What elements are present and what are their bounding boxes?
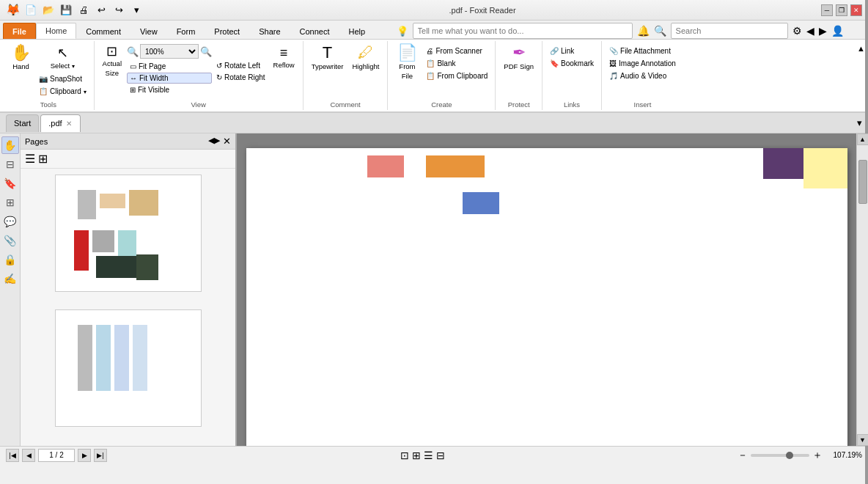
tab-help[interactable]: Help — [339, 23, 375, 39]
last-page-button[interactable]: ▶| — [94, 449, 107, 462]
doc-scrollbar[interactable]: ▲ ▼ — [856, 133, 868, 446]
tab-connect[interactable]: Connect — [290, 23, 339, 39]
layout-continuous-icon[interactable]: ☰ — [424, 450, 433, 461]
zoom-in-icon[interactable]: 🔍 — [200, 46, 212, 57]
forward-nav-icon[interactable]: ▶ — [819, 25, 827, 37]
doc-area[interactable]: ▲ ▼ — [237, 133, 868, 446]
back-nav-icon[interactable]: ◀ — [806, 25, 814, 37]
highlight-button[interactable]: 🖊 Highlight — [348, 43, 383, 73]
tell-me-input[interactable] — [413, 23, 633, 39]
tab-view[interactable]: View — [130, 23, 167, 39]
sidebar-security-icon[interactable]: 🔒 — [1, 251, 19, 268]
typewriter-button[interactable]: T Typewriter — [308, 43, 347, 73]
hand-button[interactable]: ✋ Hand — [7, 43, 34, 73]
zoom-in-btn[interactable]: ＋ — [812, 449, 823, 462]
layout-single-icon[interactable]: ⊡ — [400, 450, 409, 461]
zoom-select[interactable]: 100% 50% 75% 125% 150% 200% — [140, 44, 199, 59]
page-input[interactable] — [38, 449, 75, 462]
print-button[interactable]: 🖨 — [76, 3, 91, 18]
protect-group-content: ✒ PDF Sign — [500, 43, 537, 99]
search-input[interactable] — [671, 23, 788, 39]
scroll-track[interactable] — [857, 145, 868, 434]
tab-dropdown-arrow[interactable]: ▾ — [857, 117, 862, 128]
fit-width-button[interactable]: ↔ Fit Width — [127, 73, 212, 84]
save-button[interactable]: 💾 — [59, 3, 73, 18]
layout-scroll-icon[interactable]: ⊟ — [436, 450, 445, 461]
fit-visible-button[interactable]: ⊞ Fit Visible — [127, 84, 212, 95]
page-thumb-2[interactable] — [55, 309, 202, 427]
snapshot-button[interactable]: 📷 SnapShot — [36, 73, 89, 84]
panel-tool-grid-icon[interactable]: ⊞ — [38, 152, 48, 166]
insert-label: Insert — [606, 99, 679, 109]
image-annotation-button[interactable]: 🖼 Image Annotation — [606, 58, 679, 69]
from-clipboard-button[interactable]: 📋 From Clipboard — [423, 70, 490, 81]
close-button[interactable]: ✕ — [850, 4, 862, 16]
first-page-button[interactable]: |◀ — [6, 449, 19, 462]
tab-pdf-close[interactable]: ✕ — [65, 120, 73, 128]
clipboard-icon: 📋 — [39, 87, 48, 95]
link-button[interactable]: 🔗 Link — [547, 45, 597, 56]
ribbon-collapse-button[interactable]: ▲ — [857, 41, 865, 110]
settings-icon[interactable]: ⚙ — [792, 25, 802, 37]
next-page-button[interactable]: ▶ — [78, 449, 91, 462]
undo-button[interactable]: ↩ — [94, 3, 108, 18]
layout-double-icon[interactable]: ⊞ — [412, 450, 421, 461]
tab-home[interactable]: Home — [36, 23, 76, 39]
from-scanner-button[interactable]: 🖨 From Scanner — [423, 45, 490, 56]
tab-bar: Start .pdf ✕ ▾ — [0, 113, 868, 133]
tab-start[interactable]: Start — [6, 114, 39, 132]
minimize-button[interactable]: ─ — [821, 4, 833, 16]
clipboard-button[interactable]: 📋 Clipboard ▾ — [36, 86, 89, 97]
reflow-button[interactable]: ≡ Reflow — [270, 44, 298, 71]
audio-video-button[interactable]: 🎵 Audio & Video — [606, 70, 679, 81]
actual-size-button[interactable]: ⊡ Actual Size — [99, 43, 125, 79]
prev-page-button[interactable]: ◀ — [22, 449, 35, 462]
collapse-icon[interactable]: ✕ — [223, 136, 231, 147]
tab-comment[interactable]: Comment — [76, 23, 130, 39]
fit-page-button[interactable]: ▭ Fit Page — [127, 61, 212, 72]
tab-pdf[interactable]: .pdf ✕ — [40, 114, 80, 132]
tab-file[interactable]: File — [3, 23, 36, 39]
zoom-slider[interactable] — [751, 454, 809, 457]
customize-button[interactable]: ▾ — [129, 3, 144, 18]
new-button[interactable]: 📄 — [23, 3, 38, 18]
zoom-out-icon[interactable]: 🔍 — [127, 46, 139, 57]
bell-icon[interactable]: 🔔 — [637, 25, 650, 37]
select-button[interactable]: ↖ Select ▾ — [36, 43, 89, 72]
scroll-handle[interactable] — [858, 160, 867, 204]
bookmark-button[interactable]: 🔖 Bookmark — [547, 58, 597, 69]
create-label: Create — [392, 99, 490, 109]
tab-form[interactable]: Form — [167, 23, 205, 39]
search-icon[interactable]: 🔍 — [654, 25, 666, 37]
expand-icon[interactable]: ◀▶ — [208, 136, 220, 147]
page-thumb-1[interactable] — [55, 175, 202, 292]
sidebar-attachments-icon[interactable]: 📎 — [1, 232, 19, 249]
pdf-sign-button[interactable]: ✒ PDF Sign — [500, 43, 537, 73]
rotate-right-button[interactable]: ↻ Rotate Right — [213, 72, 268, 83]
sidebar-layers-icon[interactable]: ⊟ — [1, 155, 19, 173]
tab-protect[interactable]: Protect — [205, 23, 249, 39]
open-button[interactable]: 📂 — [41, 3, 56, 18]
from-file-button[interactable]: 📄 From File — [392, 43, 422, 82]
rotate-left-button[interactable]: ↺ Rotate Left — [213, 60, 268, 71]
panel-tool-list-icon[interactable]: ☰ — [25, 152, 35, 166]
scroll-down-button[interactable]: ▼ — [857, 434, 869, 446]
sidebar-hand-icon[interactable]: ✋ — [1, 136, 19, 154]
redo-button[interactable]: ↪ — [111, 3, 126, 18]
sidebar-bookmarks-icon[interactable]: 🔖 — [1, 175, 19, 192]
zoom-out-btn[interactable]: － — [738, 449, 748, 462]
user-icon[interactable]: 👤 — [831, 25, 844, 37]
scroll-up-button[interactable]: ▲ — [857, 133, 869, 145]
doc-scroll-area[interactable] — [237, 133, 856, 446]
sidebar-thumbnails-icon[interactable]: ⊞ — [1, 194, 19, 211]
sidebar-sign-icon[interactable]: ✍ — [1, 270, 19, 287]
zoom-thumb[interactable] — [786, 452, 793, 459]
pages-panel-content[interactable] — [21, 169, 235, 446]
blank-button[interactable]: 📋 Blank — [423, 58, 490, 69]
tab-share[interactable]: Share — [249, 23, 290, 39]
sidebar-comments-icon[interactable]: 💬 — [1, 213, 19, 230]
main-area: ✋ ⊟ 🔖 ⊞ 💬 📎 🔒 ✍ Pages ◀▶ ✕ ☰ ⊞ — [0, 133, 868, 446]
rect-orange — [426, 155, 485, 177]
restore-button[interactable]: ❐ — [836, 4, 847, 16]
file-attachment-button[interactable]: 📎 File Attachment — [606, 45, 679, 56]
